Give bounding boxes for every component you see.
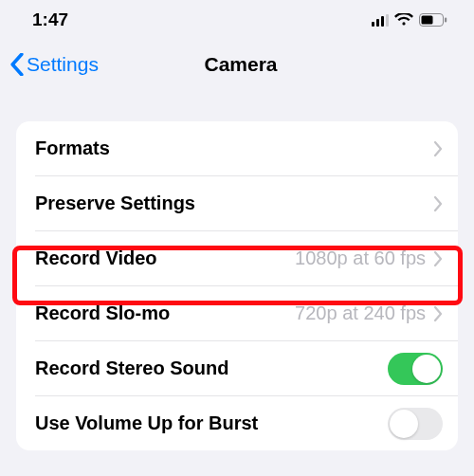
back-label: Settings xyxy=(27,53,99,76)
row-record-video[interactable]: Record Video 1080p at 60 fps xyxy=(16,231,458,285)
row-label: Record Stereo Sound xyxy=(35,357,228,379)
row-record-stereo-sound: Record Stereo Sound xyxy=(16,341,458,395)
chevron-left-icon xyxy=(9,53,25,76)
row-label: Record Video xyxy=(35,247,157,269)
row-label: Use Volume Up for Burst xyxy=(35,412,258,434)
row-label: Preserve Settings xyxy=(35,192,195,214)
nav-bar: Settings Camera xyxy=(0,38,474,87)
status-bar: 1:47 xyxy=(0,0,474,38)
row-preserve-settings[interactable]: Preserve Settings xyxy=(16,176,458,230)
row-detail: 1080p at 60 fps xyxy=(295,247,426,269)
cellular-icon xyxy=(372,14,390,27)
row-label: Formats xyxy=(35,137,110,159)
toggle-volume-up-burst[interactable] xyxy=(388,408,443,440)
chevron-right-icon xyxy=(433,306,443,321)
battery-icon xyxy=(419,13,447,27)
row-detail: 720p at 240 fps xyxy=(295,302,426,324)
svg-rect-2 xyxy=(445,18,447,23)
row-label: Record Slo-mo xyxy=(35,302,170,324)
chevron-right-icon xyxy=(433,251,443,266)
wifi-icon xyxy=(394,13,413,27)
row-record-slomo[interactable]: Record Slo-mo 720p at 240 fps xyxy=(16,286,458,340)
page-title: Camera xyxy=(196,53,277,76)
settings-list: Formats Preserve Settings Record Video 1… xyxy=(16,121,458,450)
toggle-stereo-sound[interactable] xyxy=(388,353,443,385)
status-indicators xyxy=(372,13,448,27)
svg-rect-1 xyxy=(422,16,433,25)
back-button[interactable]: Settings xyxy=(9,53,99,76)
chevron-right-icon xyxy=(433,196,443,211)
row-volume-up-burst: Use Volume Up for Burst xyxy=(16,396,458,450)
chevron-right-icon xyxy=(433,141,443,156)
status-time: 1:47 xyxy=(32,9,68,30)
row-formats[interactable]: Formats xyxy=(16,121,458,175)
